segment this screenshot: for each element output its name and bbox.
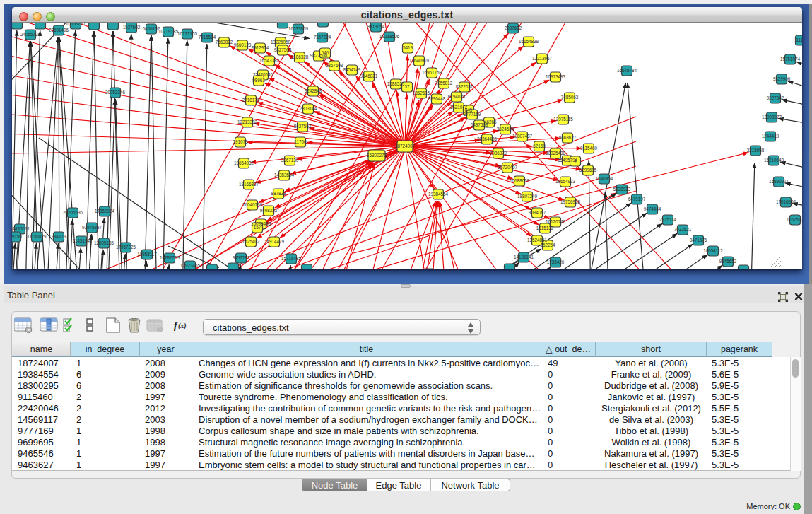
svg-text:16713155: 16713155 (177, 31, 198, 36)
svg-text:157: 157 (254, 225, 261, 230)
svg-text:14136141: 14136141 (514, 255, 534, 259)
svg-text:8427552: 8427552 (294, 124, 312, 129)
svg-text:10654112: 10654112 (703, 248, 723, 253)
svg-text:9242848: 9242848 (305, 88, 322, 93)
svg-text:19756928: 19756928 (560, 199, 581, 204)
svg-text:10688609: 10688609 (510, 178, 530, 183)
svg-text:252254: 252254 (540, 243, 555, 247)
svg-text:9498222: 9498222 (260, 208, 278, 213)
svg-text:14353594: 14353594 (274, 173, 295, 177)
svg-text:7485063: 7485063 (561, 95, 579, 100)
svg-text:15692971: 15692971 (769, 179, 789, 184)
svg-text:8454749: 8454749 (343, 67, 361, 72)
svg-text:9245652: 9245652 (719, 259, 737, 264)
svg-text:3267130: 3267130 (281, 158, 299, 163)
svg-text:10958117: 10958117 (137, 252, 157, 257)
svg-text:17957225: 17957225 (116, 245, 136, 250)
svg-text:16210643: 16210643 (764, 158, 784, 163)
svg-text:887833: 887833 (271, 191, 286, 196)
svg-text:15300273: 15300273 (367, 153, 387, 158)
svg-text:16961758: 16961758 (422, 70, 442, 75)
svg-text:7955812: 7955812 (435, 81, 453, 86)
svg-text:10653267: 10653267 (66, 23, 86, 26)
svg-text:2803144: 2803144 (300, 106, 317, 111)
svg-text:5419: 5419 (403, 45, 413, 50)
svg-text:6497568: 6497568 (471, 122, 488, 127)
svg-text:22420046: 22420046 (253, 72, 273, 77)
svg-text:12505135: 12505135 (94, 240, 114, 245)
svg-text:(x): (x) (178, 322, 187, 330)
svg-text:2935114: 2935114 (659, 217, 677, 222)
svg-text:7663822: 7663822 (216, 40, 233, 45)
svg-text:13226058: 13226058 (271, 40, 291, 45)
svg-text:5938923: 5938923 (613, 187, 631, 192)
svg-text:13524851: 13524851 (527, 238, 548, 243)
svg-text:9227342: 9227342 (767, 95, 784, 100)
svg-text:16914479: 16914479 (264, 239, 285, 244)
svg-text:10025438: 10025438 (546, 151, 566, 156)
svg-text:20364436: 20364436 (477, 136, 498, 141)
svg-text:16154838: 16154838 (519, 39, 539, 44)
svg-text:12093877: 12093877 (762, 115, 782, 119)
svg-text:20206536: 20206536 (63, 210, 83, 215)
svg-text:9115460: 9115460 (580, 146, 598, 151)
svg-text:1527602: 1527602 (123, 25, 141, 30)
svg-text:19654923: 19654923 (555, 179, 576, 184)
svg-text:12213967: 12213967 (532, 56, 553, 61)
svg-text:9084067: 9084067 (529, 210, 546, 215)
svg-text:3624554: 3624554 (497, 127, 514, 132)
svg-text:10807487: 10807487 (512, 134, 533, 139)
svg-text:93975887: 93975887 (82, 225, 102, 230)
svg-text:20691406: 20691406 (49, 28, 69, 33)
svg-text:1615132: 1615132 (536, 226, 554, 230)
svg-text:191073: 191073 (233, 139, 248, 144)
svg-text:1244419: 1244419 (762, 134, 779, 139)
svg-text:17359924: 17359924 (95, 209, 115, 214)
svg-text:16648784: 16648784 (617, 68, 637, 73)
svg-text:12975115: 12975115 (553, 117, 573, 122)
svg-text:1362615: 1362615 (413, 90, 430, 95)
svg-text:24055724: 24055724 (20, 32, 41, 37)
svg-text:18724007: 18724007 (395, 144, 416, 148)
svg-text:10973493: 10973493 (546, 74, 566, 79)
svg-text:9474444: 9474444 (644, 206, 661, 211)
svg-text:39159: 39159 (12, 234, 22, 239)
svg-text:8186328: 8186328 (291, 54, 309, 59)
svg-text:6899695: 6899695 (579, 168, 597, 173)
svg-text:7986372: 7986372 (490, 151, 507, 156)
svg-text:19166827: 19166827 (239, 182, 259, 187)
svg-text:37: 37 (404, 84, 410, 89)
svg-text:19384554: 19384554 (428, 192, 449, 197)
svg-text:16120746: 16120746 (546, 219, 566, 224)
svg-text:19654932: 19654932 (234, 160, 254, 165)
svg-text:2087682: 2087682 (505, 25, 522, 30)
svg-text:9457791: 9457791 (233, 255, 250, 260)
svg-text:12213382: 12213382 (237, 119, 258, 124)
svg-text:15720407: 15720407 (498, 165, 518, 170)
svg-text:10719185: 10719185 (158, 29, 179, 34)
svg-text:16046736: 16046736 (242, 202, 263, 207)
svg-text:11700: 11700 (294, 139, 307, 144)
svg-text:1640954: 1640954 (596, 176, 613, 181)
svg-text:12942737: 12942737 (49, 234, 69, 239)
svg-text:1167533: 1167533 (787, 217, 802, 222)
svg-text:4: 4 (574, 158, 577, 163)
svg-text:11156829: 11156829 (27, 234, 47, 239)
svg-text:7515524: 7515524 (199, 35, 216, 40)
svg-text:7625402: 7625402 (242, 239, 260, 244)
svg-text:6479197: 6479197 (628, 197, 646, 201)
svg-text:3215958: 3215958 (747, 148, 765, 153)
svg-text:9827503: 9827503 (274, 47, 292, 52)
svg-text:8471676: 8471676 (690, 238, 707, 243)
svg-text:98961: 98961 (252, 78, 265, 83)
svg-text:18807249: 18807249 (517, 194, 538, 199)
svg-text:7632621: 7632621 (674, 227, 692, 232)
svg-text:1733426: 1733426 (547, 259, 565, 264)
svg-text:62160: 62160 (533, 144, 546, 148)
svg-text:6794028: 6794028 (448, 94, 466, 99)
svg-text:24435061: 24435061 (12, 226, 30, 231)
svg-text:8322037: 8322037 (456, 84, 473, 89)
svg-text:1588520: 1588520 (387, 81, 405, 86)
svg-text:2718176: 2718176 (242, 98, 260, 103)
svg-text:9777169: 9777169 (464, 112, 481, 117)
